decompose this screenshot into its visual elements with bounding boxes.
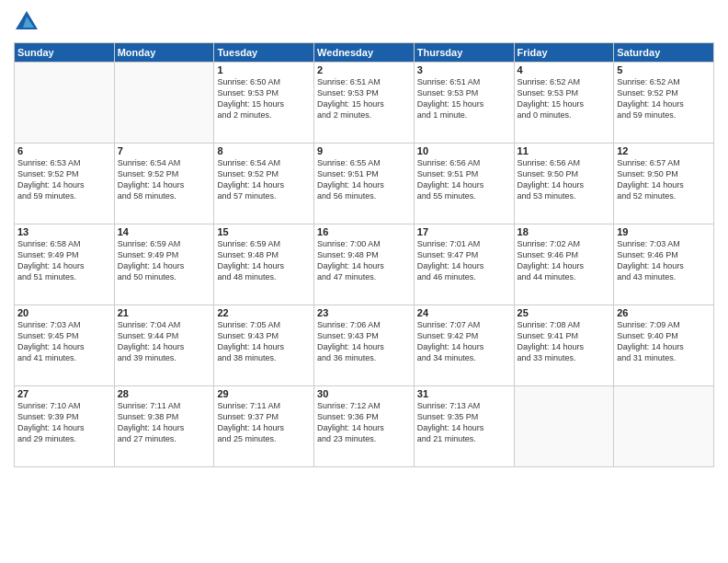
weekday-header-friday: Friday — [514, 43, 614, 63]
day-number: 8 — [217, 145, 311, 156]
day-info: Sunrise: 7:13 AM Sunset: 9:35 PM Dayligh… — [417, 400, 511, 445]
day-info: Sunrise: 6:51 AM Sunset: 9:53 PM Dayligh… — [417, 76, 511, 121]
day-info: Sunrise: 6:51 AM Sunset: 9:53 PM Dayligh… — [317, 76, 411, 121]
day-info: Sunrise: 7:09 AM Sunset: 9:40 PM Dayligh… — [617, 319, 711, 364]
day-number: 3 — [417, 64, 511, 75]
day-cell — [114, 63, 214, 144]
day-cell: 5Sunrise: 6:52 AM Sunset: 9:52 PM Daylig… — [614, 63, 714, 144]
day-info: Sunrise: 7:10 AM Sunset: 9:39 PM Dayligh… — [17, 400, 111, 445]
day-info: Sunrise: 6:56 AM Sunset: 9:51 PM Dayligh… — [417, 157, 511, 202]
day-info: Sunrise: 7:07 AM Sunset: 9:42 PM Dayligh… — [417, 319, 511, 364]
day-cell: 25Sunrise: 7:08 AM Sunset: 9:41 PM Dayli… — [514, 305, 614, 386]
day-cell: 24Sunrise: 7:07 AM Sunset: 9:42 PM Dayli… — [414, 305, 514, 386]
day-number: 12 — [617, 145, 711, 156]
day-cell: 11Sunrise: 6:56 AM Sunset: 9:50 PM Dayli… — [514, 144, 614, 224]
day-cell: 31Sunrise: 7:13 AM Sunset: 9:35 PM Dayli… — [414, 386, 514, 467]
week-row-1: 1Sunrise: 6:50 AM Sunset: 9:53 PM Daylig… — [15, 63, 714, 144]
day-number: 23 — [317, 307, 411, 318]
day-number: 6 — [17, 145, 111, 156]
day-cell: 17Sunrise: 7:01 AM Sunset: 9:47 PM Dayli… — [414, 224, 514, 305]
day-cell: 2Sunrise: 6:51 AM Sunset: 9:53 PM Daylig… — [314, 63, 415, 144]
day-cell: 18Sunrise: 7:02 AM Sunset: 9:46 PM Dayli… — [514, 224, 614, 305]
day-number: 2 — [317, 64, 411, 75]
weekday-header-thursday: Thursday — [414, 43, 514, 63]
header — [14, 9, 714, 35]
day-info: Sunrise: 6:54 AM Sunset: 9:52 PM Dayligh… — [118, 157, 211, 202]
day-info: Sunrise: 6:59 AM Sunset: 9:48 PM Dayligh… — [217, 238, 311, 283]
day-cell: 22Sunrise: 7:05 AM Sunset: 9:43 PM Dayli… — [214, 305, 314, 386]
logo — [14, 9, 43, 35]
week-row-5: 27Sunrise: 7:10 AM Sunset: 9:39 PM Dayli… — [15, 386, 714, 467]
day-number: 26 — [617, 307, 711, 318]
day-number: 30 — [317, 388, 411, 399]
day-cell: 19Sunrise: 7:03 AM Sunset: 9:46 PM Dayli… — [614, 224, 714, 305]
weekday-header-row: SundayMondayTuesdayWednesdayThursdayFrid… — [15, 43, 714, 63]
day-number: 10 — [417, 145, 511, 156]
day-cell — [614, 386, 714, 467]
day-number: 25 — [518, 307, 611, 318]
day-info: Sunrise: 6:57 AM Sunset: 9:50 PM Dayligh… — [617, 157, 711, 202]
day-info: Sunrise: 6:52 AM Sunset: 9:52 PM Dayligh… — [617, 76, 711, 121]
day-info: Sunrise: 7:00 AM Sunset: 9:48 PM Dayligh… — [317, 238, 411, 283]
day-info: Sunrise: 6:52 AM Sunset: 9:53 PM Dayligh… — [518, 76, 611, 121]
day-cell: 15Sunrise: 6:59 AM Sunset: 9:48 PM Dayli… — [214, 224, 314, 305]
day-info: Sunrise: 7:03 AM Sunset: 9:46 PM Dayligh… — [617, 238, 711, 283]
day-cell: 21Sunrise: 7:04 AM Sunset: 9:44 PM Dayli… — [114, 305, 214, 386]
weekday-header-tuesday: Tuesday — [214, 43, 314, 63]
day-number: 22 — [217, 307, 311, 318]
day-number: 24 — [417, 307, 511, 318]
day-info: Sunrise: 7:02 AM Sunset: 9:46 PM Dayligh… — [518, 238, 611, 283]
day-info: Sunrise: 6:53 AM Sunset: 9:52 PM Dayligh… — [17, 157, 111, 202]
day-number: 18 — [518, 226, 611, 237]
day-info: Sunrise: 7:04 AM Sunset: 9:44 PM Dayligh… — [118, 319, 211, 364]
day-cell: 30Sunrise: 7:12 AM Sunset: 9:36 PM Dayli… — [314, 386, 415, 467]
day-number: 7 — [118, 145, 211, 156]
day-info: Sunrise: 6:54 AM Sunset: 9:52 PM Dayligh… — [217, 157, 311, 202]
day-cell: 3Sunrise: 6:51 AM Sunset: 9:53 PM Daylig… — [414, 63, 514, 144]
day-cell: 4Sunrise: 6:52 AM Sunset: 9:53 PM Daylig… — [514, 63, 614, 144]
day-cell: 10Sunrise: 6:56 AM Sunset: 9:51 PM Dayli… — [414, 144, 514, 224]
calendar-table: SundayMondayTuesdayWednesdayThursdayFrid… — [14, 42, 714, 467]
day-info: Sunrise: 7:08 AM Sunset: 9:41 PM Dayligh… — [518, 319, 611, 364]
day-info: Sunrise: 7:03 AM Sunset: 9:45 PM Dayligh… — [17, 319, 111, 364]
weekday-header-sunday: Sunday — [15, 43, 115, 63]
day-number: 5 — [617, 64, 711, 75]
day-cell: 16Sunrise: 7:00 AM Sunset: 9:48 PM Dayli… — [314, 224, 415, 305]
day-number: 11 — [518, 145, 611, 156]
day-number: 21 — [118, 307, 211, 318]
day-number: 28 — [118, 388, 211, 399]
day-number: 29 — [217, 388, 311, 399]
day-info: Sunrise: 6:50 AM Sunset: 9:53 PM Dayligh… — [217, 76, 311, 121]
day-cell — [15, 63, 115, 144]
day-info: Sunrise: 6:56 AM Sunset: 9:50 PM Dayligh… — [518, 157, 611, 202]
day-number: 19 — [617, 226, 711, 237]
day-cell: 12Sunrise: 6:57 AM Sunset: 9:50 PM Dayli… — [614, 144, 714, 224]
page: SundayMondayTuesdayWednesdayThursdayFrid… — [0, 0, 728, 563]
day-number: 4 — [518, 64, 611, 75]
week-row-3: 13Sunrise: 6:58 AM Sunset: 9:49 PM Dayli… — [15, 224, 714, 305]
day-cell: 20Sunrise: 7:03 AM Sunset: 9:45 PM Dayli… — [15, 305, 115, 386]
day-info: Sunrise: 7:06 AM Sunset: 9:43 PM Dayligh… — [317, 319, 411, 364]
weekday-header-saturday: Saturday — [614, 43, 714, 63]
logo-icon — [14, 9, 40, 35]
day-info: Sunrise: 7:11 AM Sunset: 9:37 PM Dayligh… — [217, 400, 311, 445]
day-cell: 7Sunrise: 6:54 AM Sunset: 9:52 PM Daylig… — [114, 144, 214, 224]
day-number: 13 — [17, 226, 111, 237]
day-number: 31 — [417, 388, 511, 399]
day-number: 15 — [217, 226, 311, 237]
weekday-header-monday: Monday — [114, 43, 214, 63]
day-number: 20 — [17, 307, 111, 318]
day-number: 17 — [417, 226, 511, 237]
day-cell: 9Sunrise: 6:55 AM Sunset: 9:51 PM Daylig… — [314, 144, 415, 224]
day-info: Sunrise: 7:11 AM Sunset: 9:38 PM Dayligh… — [118, 400, 211, 445]
day-number: 16 — [317, 226, 411, 237]
day-info: Sunrise: 6:58 AM Sunset: 9:49 PM Dayligh… — [17, 238, 111, 283]
day-cell: 14Sunrise: 6:59 AM Sunset: 9:49 PM Dayli… — [114, 224, 214, 305]
day-info: Sunrise: 6:59 AM Sunset: 9:49 PM Dayligh… — [118, 238, 211, 283]
week-row-2: 6Sunrise: 6:53 AM Sunset: 9:52 PM Daylig… — [15, 144, 714, 224]
day-cell — [514, 386, 614, 467]
day-cell: 1Sunrise: 6:50 AM Sunset: 9:53 PM Daylig… — [214, 63, 314, 144]
day-info: Sunrise: 7:01 AM Sunset: 9:47 PM Dayligh… — [417, 238, 511, 283]
weekday-header-wednesday: Wednesday — [314, 43, 415, 63]
day-cell: 26Sunrise: 7:09 AM Sunset: 9:40 PM Dayli… — [614, 305, 714, 386]
